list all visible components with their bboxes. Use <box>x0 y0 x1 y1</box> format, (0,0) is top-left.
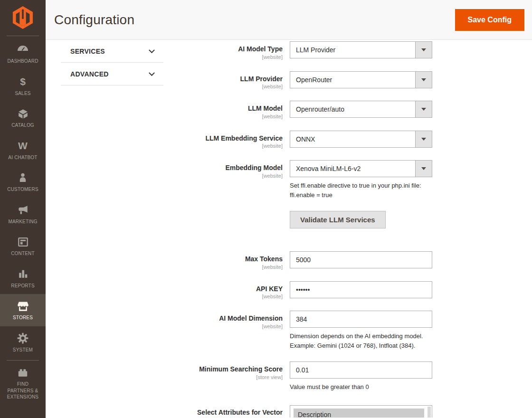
field-row-minimum-searching-score: Minimum Searching Score [store view] Val… <box>46 361 532 392</box>
field-label-text: LLM Embedding Service <box>205 134 283 142</box>
multiselect-scrollbar[interactable] <box>428 407 431 418</box>
llm-embedding-service-select[interactable]: ONNX <box>290 131 432 148</box>
sidebar-item-label: STORES <box>13 314 33 321</box>
sidebar-item-label: REPORTS <box>11 283 35 289</box>
field-scope: [website] <box>46 264 283 270</box>
chevron-down-icon <box>415 101 432 117</box>
select-value: Openrouter/auto <box>290 101 415 117</box>
sales-icon: $ <box>20 76 26 88</box>
field-scope: [website] <box>46 323 283 329</box>
chevron-down-icon <box>415 42 432 58</box>
sidebar-item-find-partners[interactable]: FIND PARTNERS & EXTENSIONS <box>7 360 39 406</box>
config-nav-label: ADVANCED <box>70 70 109 78</box>
chevron-down-icon <box>415 72 432 88</box>
content-area: SERVICES ADVANCED AI Model Type [website… <box>46 40 532 418</box>
sidebar-item-content[interactable]: CONTENT <box>0 230 46 262</box>
max-tokens-input[interactable] <box>290 251 432 268</box>
field-row-validate: Validate LLM Services <box>46 211 532 228</box>
sidebar-item-customers[interactable]: CUSTOMERS <box>0 166 46 198</box>
sidebar-item-label: MARKETING <box>8 218 37 225</box>
sidebar-item-catalog[interactable]: CATALOG <box>0 102 46 134</box>
field-label-text: LLM Model <box>248 104 283 112</box>
field-row-api-key: API KEY [website] <box>46 281 532 300</box>
embedding-model-select[interactable]: Xenova MiniLM-L6-v2 <box>290 160 432 177</box>
page-title: Configuration <box>54 12 134 28</box>
config-nav-advanced[interactable]: ADVANCED <box>61 63 163 86</box>
field-row-vector-attributes: Select Attributes for Vector Storage Des… <box>46 405 532 418</box>
ai-chatbot-icon: W <box>18 140 28 152</box>
magento-logo[interactable] <box>7 0 39 36</box>
save-config-button[interactable]: Save Config <box>455 9 524 31</box>
select-value: LLM Provider <box>290 42 415 58</box>
field-label: LLM Embedding Service [website] <box>46 131 283 149</box>
sidebar-item-marketing[interactable]: MARKETING <box>0 198 46 230</box>
vector-attributes-multiselect[interactable]: Description <box>290 405 432 418</box>
config-section-nav: SERVICES ADVANCED <box>61 40 163 86</box>
chevron-down-icon <box>415 161 432 177</box>
field-row-ai-model-dimension: AI Model Dimension [website] Dimension d… <box>46 311 532 350</box>
field-note: Set ffi.enable directive to true in your… <box>290 181 432 200</box>
sidebar-item-label: CUSTOMERS <box>7 186 38 193</box>
field-row-llm-model: LLM Model [website] Openrouter/auto <box>46 101 532 119</box>
sidebar-item-dashboard[interactable]: DASHBOARD <box>0 38 46 70</box>
catalog-icon <box>17 107 29 120</box>
field-label-text: LLM Provider <box>240 75 283 83</box>
field-scope: [store view] <box>46 374 283 380</box>
field-scope: [website] <box>46 114 283 119</box>
llm-model-select[interactable]: Openrouter/auto <box>290 101 432 118</box>
field-label: Select Attributes for Vector Storage <box>46 405 283 418</box>
ai-model-type-select[interactable]: LLM Provider <box>290 41 432 58</box>
sidebar-item-system[interactable]: SYSTEM <box>0 326 46 359</box>
field-label: API KEY [website] <box>46 281 283 300</box>
extensions-icon <box>17 366 29 379</box>
sidebar-item-label: AI CHATBOT <box>8 154 37 161</box>
llm-provider-select[interactable]: OpenRouter <box>290 71 432 88</box>
minimum-searching-score-input[interactable] <box>290 361 432 379</box>
api-key-input[interactable] <box>290 281 432 298</box>
sidebar-item-sales[interactable]: $ SALES <box>0 70 46 102</box>
main-area: Configuration Save Config SERVICES ADVAN… <box>46 0 532 418</box>
field-scope: [website] <box>46 294 283 299</box>
ai-model-dimension-input[interactable] <box>290 311 432 328</box>
sidebar-item-label: FIND PARTNERS & EXTENSIONS <box>7 381 39 400</box>
field-label-text: API KEY <box>256 285 283 293</box>
field-row-embedding-model: Embedding Model [website] Xenova MiniLM-… <box>46 160 532 200</box>
admin-sidebar: DASHBOARD $ SALES CATALOG W AI CHATB <box>0 0 46 418</box>
sidebar-item-label: SALES <box>15 90 30 97</box>
system-icon <box>17 332 29 344</box>
reports-icon <box>17 268 29 280</box>
sidebar-item-ai-chatbot[interactable]: W AI CHATBOT <box>0 134 46 166</box>
field-note: Dimension depends on the AI embedding mo… <box>290 332 432 350</box>
field-label-text: Select Attributes for Vector Storage <box>179 408 283 418</box>
chevron-down-icon <box>149 47 155 53</box>
validate-llm-services-button[interactable]: Validate LLM Services <box>290 211 386 228</box>
field-note: Value must be greater than 0 <box>290 382 432 392</box>
content-icon <box>17 236 29 248</box>
field-label-text: Minimum Searching Score <box>199 365 283 373</box>
field-label: Embedding Model [website] <box>46 160 283 200</box>
sidebar-nav: DASHBOARD $ SALES CATALOG W AI CHATB <box>0 36 46 406</box>
field-label: Minimum Searching Score [store view] <box>46 361 283 392</box>
multiselect-option-description[interactable]: Description <box>294 408 424 418</box>
marketing-icon <box>17 204 29 216</box>
field-label-text: AI Model Type <box>238 45 283 53</box>
sidebar-item-label: CATALOG <box>11 122 34 129</box>
sidebar-item-stores[interactable]: STORES <box>0 294 46 326</box>
sidebar-item-label: CONTENT <box>11 250 35 257</box>
customers-icon <box>17 171 28 184</box>
select-value: Xenova MiniLM-L6-v2 <box>290 161 415 177</box>
magento-logo-icon <box>12 6 34 29</box>
stores-icon <box>17 300 29 312</box>
magento-admin-app: DASHBOARD $ SALES CATALOG W AI CHATB <box>0 0 532 418</box>
config-nav-services[interactable]: SERVICES <box>61 40 163 63</box>
config-nav-label: SERVICES <box>70 48 105 55</box>
config-form: AI Model Type [website] LLM Provider LLM… <box>46 40 532 418</box>
sidebar-item-label: SYSTEM <box>13 347 33 353</box>
field-label: LLM Model [website] <box>46 101 283 119</box>
field-row-max-tokens: Max Tokens [website] <box>46 251 532 270</box>
select-value: OpenRouter <box>290 72 415 88</box>
sidebar-item-label: DASHBOARD <box>7 58 38 65</box>
sidebar-item-reports[interactable]: REPORTS <box>0 262 46 294</box>
chevron-down-icon <box>149 70 155 76</box>
field-label: AI Model Dimension [website] <box>46 311 283 350</box>
